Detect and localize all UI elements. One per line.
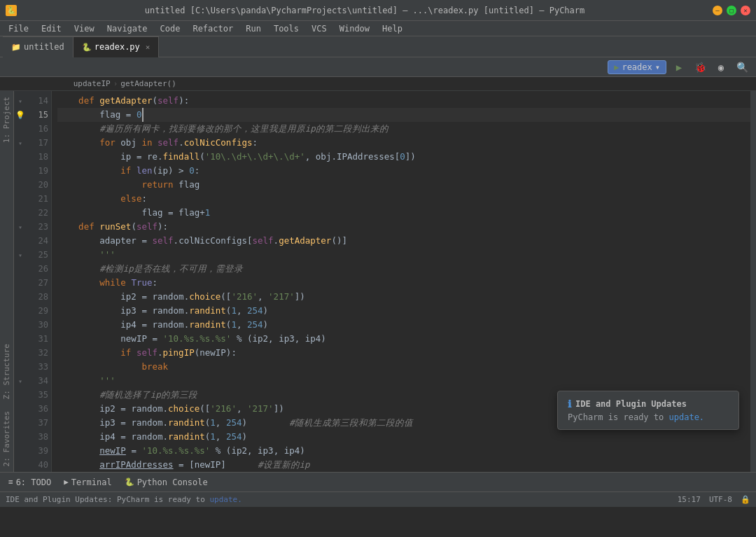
code-line-34: ''' <box>57 374 750 388</box>
breadcrumb-bar: updateIP › getAdapter() <box>0 77 756 91</box>
gutter-20 <box>14 178 27 192</box>
debug-button[interactable]: 🐞 <box>692 59 708 76</box>
notification-popup: ℹ IDE and Plugin Updates PyCharm is read… <box>557 391 739 430</box>
code-line-20: return flag <box>57 178 750 192</box>
gutter-38 <box>14 430 27 444</box>
gutter-31 <box>14 332 27 346</box>
ln-30: 30 <box>27 318 48 332</box>
breadcrumb-getadapter[interactable]: getAdapter() <box>120 79 176 88</box>
sidebar-favorites[interactable]: 2: Favorites <box>1 405 13 472</box>
ln-39: 39 <box>27 444 48 458</box>
code-panel[interactable]: def getAdapter(self): flag = 0 #遍历所有网卡，找… <box>52 91 750 472</box>
bottom-tab-todo[interactable]: ≡ 6: TODO <box>3 476 57 489</box>
gutter-14: ▾ <box>14 94 27 108</box>
gutter-40 <box>14 458 27 472</box>
ln-35: 35 <box>27 388 48 402</box>
code-line-16: #遍历所有网卡，找到要修改的那个，这里我是用原ip的第二段判出来的 <box>57 122 750 136</box>
notification-update-link[interactable]: update. <box>669 412 705 422</box>
run-icon: ▶ <box>614 62 619 72</box>
run-config-label: readex <box>622 62 652 72</box>
gutter-17: ▾ <box>14 136 27 150</box>
gutter-30 <box>14 318 27 332</box>
menu-bar: File Edit View Navigate Code Refactor Ru… <box>0 21 756 36</box>
menu-view[interactable]: View <box>69 22 100 35</box>
breadcrumb-updateip[interactable]: updateIP <box>74 79 111 88</box>
run-bar: ▶ readex ▾ ▶ 🐞 ◉ 🔍 <box>0 57 756 77</box>
menu-vcs[interactable]: VCS <box>306 22 332 35</box>
tab-close-button[interactable]: × <box>146 43 150 52</box>
project-tab-label: untitled <box>24 42 64 52</box>
status-right: 15:17 UTF-8 🔒 <box>678 495 750 504</box>
search-everywhere-button[interactable]: 🔍 <box>734 59 750 76</box>
minimize-button[interactable]: — <box>713 6 722 15</box>
menu-refactor[interactable]: Refactor <box>187 22 239 35</box>
gutter-36 <box>14 402 27 416</box>
project-tab-untitled[interactable]: 📁 untitled <box>3 36 74 57</box>
main-layout: 1: Project Z: Structure 2: Favorites ▾ 💡… <box>0 91 756 472</box>
title-bar: 🐍 untitled [C:\Users\panda\PycharmProjec… <box>0 0 756 21</box>
gutter-18 <box>14 150 27 164</box>
ln-25: 25 <box>27 248 48 262</box>
cursor-position: 15:17 <box>678 495 701 504</box>
bottom-tab-terminal[interactable]: ▶ Terminal <box>58 476 117 489</box>
encoding-indicator: UTF-8 <box>709 495 732 504</box>
ln-38: 38 <box>27 430 48 444</box>
code-line-27: while True: <box>57 276 750 290</box>
breadcrumb-padding <box>6 79 71 88</box>
todo-icon: ≡ <box>8 477 13 487</box>
code-line-32: if self.pingIP(newIP): <box>57 346 750 360</box>
gutter-21 <box>14 192 27 206</box>
menu-window[interactable]: Window <box>334 22 375 35</box>
code-line-17: for obj in self.colNicConfigs: <box>57 136 750 150</box>
notification-title: ℹ IDE and Plugin Updates <box>568 398 729 410</box>
ln-17: 17 <box>27 136 48 150</box>
editor-area: ▾ 💡 ▾ ▾ ▾ ▾ <box>14 91 756 472</box>
sidebar-structure[interactable]: Z: Structure <box>1 338 13 405</box>
sidebar-project[interactable]: 1: Project <box>1 91 13 148</box>
ln-36: 36 <box>27 402 48 416</box>
ln-18: 18 <box>27 150 48 164</box>
python-console-icon: 🐍 <box>125 477 134 487</box>
ln-23: 23 <box>27 220 48 234</box>
gutter-24 <box>14 234 27 248</box>
terminal-icon: ▶ <box>64 477 69 487</box>
run-config-dropdown[interactable]: ▶ readex ▾ <box>608 60 666 74</box>
scrollbar[interactable] <box>750 91 756 472</box>
menu-navigate[interactable]: Navigate <box>102 22 153 35</box>
python-file-icon: 🐍 <box>82 43 92 52</box>
gutter-32 <box>14 346 27 360</box>
ln-24: 24 <box>27 234 48 248</box>
maximize-button[interactable]: □ <box>727 6 736 15</box>
file-tab-readex[interactable]: 🐍 readex.py × <box>74 36 160 57</box>
run-button[interactable]: ▶ <box>671 59 687 76</box>
code-line-28: ip2 = random.choice(['216', '217']) <box>57 290 750 304</box>
left-sidebar: 1: Project Z: Structure 2: Favorites <box>0 91 14 472</box>
gutter-19 <box>14 164 27 178</box>
run-config-chevron: ▾ <box>655 62 660 72</box>
coverage-button[interactable]: ◉ <box>713 59 729 76</box>
gutter-25: ▾ <box>14 248 27 262</box>
close-button[interactable]: ✕ <box>741 6 750 15</box>
code-line-39: newIP = '10.%s.%s.%s' % (ip2, ip3, ip4) <box>57 444 750 458</box>
app-icon: 🐍 <box>6 5 17 16</box>
status-message: IDE and Plugin Updates: PyCharm is ready… <box>6 495 672 504</box>
menu-code[interactable]: Code <box>155 22 186 35</box>
code-line-29: ip3 = random.randint(1, 254) <box>57 304 750 318</box>
menu-run[interactable]: Run <box>240 22 267 35</box>
gutter-15: 💡 <box>14 108 27 122</box>
gutter-37 <box>14 416 27 430</box>
status-update-link[interactable]: update. <box>209 495 241 504</box>
lock-icon: 🔒 <box>741 495 750 504</box>
gutter-26 <box>14 262 27 276</box>
ln-26: 26 <box>27 262 48 276</box>
menu-help[interactable]: Help <box>377 22 408 35</box>
code-line-15: flag = 0 <box>57 108 750 122</box>
file-tab-label: readex.py <box>94 42 140 52</box>
bottom-tab-todo-label: 6: TODO <box>16 477 52 487</box>
menu-tools[interactable]: Tools <box>268 22 304 35</box>
menu-file[interactable]: File <box>3 22 34 35</box>
bottom-tab-python-console[interactable]: 🐍 Python Console <box>119 476 214 489</box>
code-line-26: #检测ip是否在线，不可用，需登录 <box>57 262 750 276</box>
ln-22: 22 <box>27 206 48 220</box>
menu-edit[interactable]: Edit <box>36 22 67 35</box>
